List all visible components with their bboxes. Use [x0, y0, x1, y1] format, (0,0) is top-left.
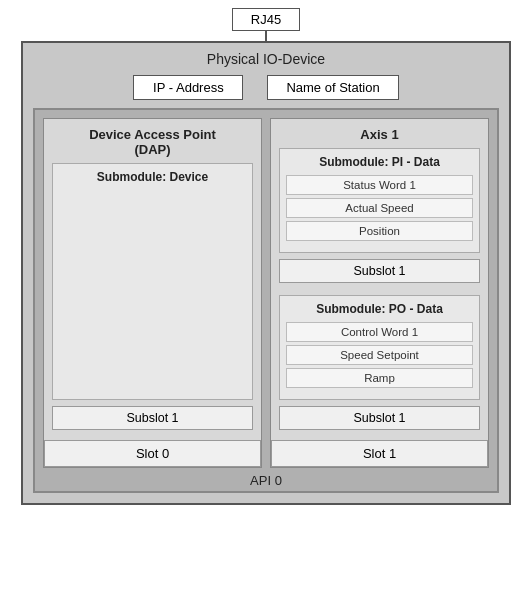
dap-inner: Submodule: Device Subslot 1	[52, 163, 253, 436]
dap-header-line1: Device Access Point	[89, 127, 216, 142]
page-wrapper: RJ45 Physical IO-Device IP - Address Nam…	[0, 0, 532, 610]
pi-data-title: Submodule: PI - Data	[286, 155, 473, 169]
pi-data-item-1: Actual Speed	[286, 198, 473, 218]
dap-header: Device Access Point (DAP)	[52, 127, 253, 157]
device-submodule-title: Submodule: Device	[59, 170, 246, 184]
slots-row: Device Access Point (DAP) Submodule: Dev…	[43, 118, 489, 468]
po-data-title: Submodule: PO - Data	[286, 302, 473, 316]
ip-address-label: IP - Address	[153, 80, 224, 95]
physical-device-outer: Physical IO-Device IP - Address Name of …	[21, 41, 511, 505]
pi-subslot-bar: Subslot 1	[279, 259, 480, 283]
dap-subslot-bar: Subslot 1	[52, 406, 253, 430]
pi-data-container: Submodule: PI - Data Status Word 1 Actua…	[279, 148, 480, 289]
axis-submodules: Submodule: PI - Data Status Word 1 Actua…	[279, 148, 480, 436]
po-data-item-2: Ramp	[286, 368, 473, 388]
slot-dap: Device Access Point (DAP) Submodule: Dev…	[43, 118, 262, 468]
rj45-connector-line	[265, 31, 267, 41]
po-data-container: Submodule: PO - Data Control Word 1 Spee…	[279, 295, 480, 436]
axis-header: Axis 1	[279, 127, 480, 142]
po-subslot-bar: Subslot 1	[279, 406, 480, 430]
address-row: IP - Address Name of Station	[33, 75, 499, 100]
pi-data-item-0: Status Word 1	[286, 175, 473, 195]
slot1-label: Slot 1	[271, 440, 488, 467]
dap-header-line2: (DAP)	[134, 142, 170, 157]
pi-data-submodule-box: Submodule: PI - Data Status Word 1 Actua…	[279, 148, 480, 253]
physical-device-title: Physical IO-Device	[33, 51, 499, 67]
api0-label: API 0	[43, 468, 489, 491]
slot0-label: Slot 0	[44, 440, 261, 467]
po-data-item-1: Speed Setpoint	[286, 345, 473, 365]
po-data-submodule-box: Submodule: PO - Data Control Word 1 Spee…	[279, 295, 480, 400]
api-inner: Device Access Point (DAP) Submodule: Dev…	[33, 108, 499, 493]
po-data-item-0: Control Word 1	[286, 322, 473, 342]
name-of-station-box: Name of Station	[267, 75, 398, 100]
device-submodule-box: Submodule: Device	[52, 163, 253, 400]
rj45-label: RJ45	[251, 12, 281, 27]
name-of-station-label: Name of Station	[286, 80, 379, 95]
ip-address-box: IP - Address	[133, 75, 243, 100]
rj45-box: RJ45	[232, 8, 300, 31]
slot-axis: Axis 1 Submodule: PI - Data Status Word …	[270, 118, 489, 468]
pi-data-item-2: Position	[286, 221, 473, 241]
